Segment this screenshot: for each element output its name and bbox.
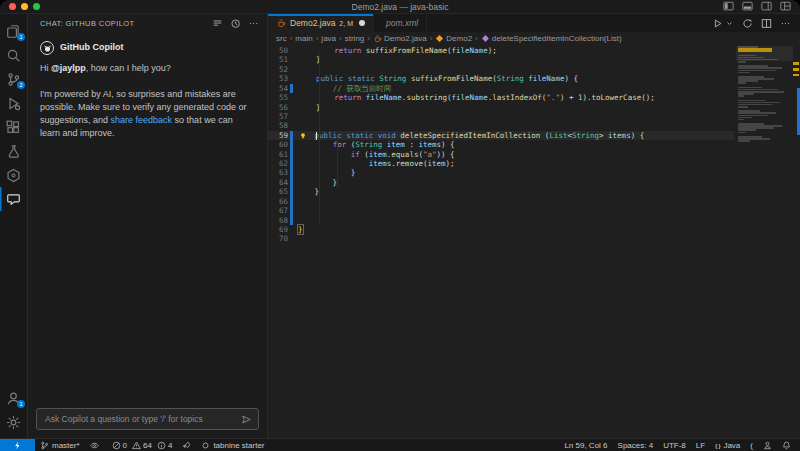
breadcrumb-item[interactable]: string — [345, 34, 365, 43]
chat-input[interactable] — [43, 413, 241, 425]
text: Hi — [40, 63, 51, 73]
code-text — [293, 206, 297, 215]
maximize-window-button[interactable] — [33, 3, 40, 10]
line-number: 70 — [268, 234, 288, 243]
activity-item-settings[interactable] — [0, 410, 27, 434]
history-icon[interactable] — [230, 18, 241, 29]
editor-group: Demo2.java2, Mpom.xml src›main›java›stri… — [268, 14, 800, 438]
breadcrumb-item[interactable]: src — [276, 34, 287, 43]
line-number: 69 — [268, 225, 288, 234]
minimap-line — [738, 115, 768, 117]
minimap-slider[interactable] — [736, 46, 793, 61]
activity-item-source-control[interactable]: 2 — [0, 67, 27, 91]
activity-item-java-projects[interactable] — [0, 163, 27, 187]
activity-item-testing[interactable] — [0, 139, 27, 163]
code-line-51: 51 } — [268, 55, 734, 64]
activity-item-extensions[interactable] — [0, 115, 27, 139]
status-problems[interactable]: 0644 — [104, 439, 178, 451]
code-text: } — [293, 168, 356, 177]
status-encoding[interactable]: UTF-8 — [658, 439, 691, 451]
titlebar: Demo2.java — java-basic — [0, 0, 800, 14]
launch-icon — [182, 441, 191, 450]
chat-header-actions — [212, 18, 259, 29]
breadcrumb-label: string — [345, 34, 365, 43]
activity-item-copilot-chat[interactable] — [0, 187, 27, 211]
indent-guide — [319, 54, 320, 224]
line-number: 51 — [268, 55, 288, 64]
breadcrumb-item[interactable]: Demo2.java — [373, 34, 427, 43]
status-indentation[interactable]: Spaces: 4 — [613, 439, 659, 451]
minimap-line — [738, 61, 746, 63]
activity-item-explorer[interactable]: 1 — [0, 19, 27, 43]
code-text — [294, 65, 298, 74]
tab-Demo2.java[interactable]: Demo2.java2, M — [268, 14, 374, 32]
send-icon[interactable] — [241, 414, 252, 425]
line-number: 60 — [268, 140, 288, 149]
ruler-warning-mark — [793, 74, 799, 76]
breadcrumb-separator: › — [367, 34, 370, 43]
line-number: 59 — [268, 131, 288, 140]
toggle-panel-icon[interactable] — [742, 1, 753, 12]
minimap[interactable] — [738, 46, 791, 142]
tab-pom.xml[interactable]: pom.xml — [374, 14, 427, 32]
line-number: 67 — [268, 206, 288, 215]
lightbulb-icon[interactable] — [299, 132, 307, 140]
code-line-67: 67 — [268, 206, 734, 215]
layout-controls — [723, 1, 800, 12]
activity-item-search[interactable] — [0, 43, 27, 67]
status-paren-status[interactable]: ( — [745, 439, 758, 451]
status-git-branch[interactable]: master* — [35, 439, 85, 451]
customize-layout-icon[interactable] — [780, 1, 791, 12]
minimap-line — [738, 129, 756, 131]
share-feedback-link[interactable]: share feedback — [111, 115, 173, 125]
line-number: 68 — [268, 216, 288, 225]
breadcrumb-label: src — [276, 34, 287, 43]
text-cursor — [316, 132, 317, 140]
code-text: } — [293, 178, 338, 187]
close-window-button[interactable] — [9, 3, 16, 10]
toggle-secondary-sidebar-icon[interactable] — [761, 1, 772, 12]
errors-icon — [109, 441, 121, 450]
breadcrumb-item[interactable]: main — [295, 34, 312, 43]
line-number: 57 — [268, 112, 288, 121]
status-tabnine[interactable]: tabnine starter — [196, 439, 269, 451]
status-gitlens-toggle[interactable] — [85, 439, 104, 451]
code-line-65: 65 } — [268, 187, 734, 196]
dirty-indicator[interactable] — [359, 20, 365, 26]
more-icon[interactable] — [780, 18, 791, 29]
breadcrumb-item[interactable]: Demo2 — [435, 34, 472, 43]
status-cursor-position[interactable]: Ln 59, Col 6 — [559, 439, 612, 451]
chevron-down-icon[interactable] — [725, 19, 734, 28]
status-eol[interactable]: LF — [691, 439, 710, 451]
run-icon[interactable] — [712, 18, 723, 29]
minimap-line — [738, 106, 748, 108]
toggle-primary-sidebar-icon[interactable] — [723, 1, 734, 12]
code-text: for (String item : items) { — [293, 140, 455, 149]
activity-item-run-and-debug[interactable] — [0, 91, 27, 115]
status-launch[interactable] — [177, 439, 196, 451]
more-icon[interactable] — [248, 18, 259, 29]
code-line-68: 68 — [268, 216, 734, 225]
code-line-69: 69} — [268, 225, 734, 234]
status-notifications[interactable] — [777, 439, 796, 451]
activity-item-accounts[interactable]: 1 — [0, 386, 27, 410]
breadcrumb-item[interactable]: java — [321, 34, 336, 43]
activity-badge: 1 — [17, 400, 25, 408]
code-line-52: 52 — [268, 65, 734, 74]
vscode-window: Demo2.java — java-basic 12 1 CHAT: GITHU… — [0, 0, 800, 451]
java-file-icon — [276, 18, 286, 28]
breadcrumb-separator: › — [339, 34, 342, 43]
minimize-window-button[interactable] — [21, 3, 28, 10]
sync-icon[interactable] — [742, 18, 753, 29]
minimap-line — [738, 112, 776, 114]
code-text: if (item.equals("a")) { — [293, 150, 455, 159]
split-editor-icon[interactable] — [761, 18, 772, 29]
status-feedback[interactable] — [758, 439, 777, 451]
clear-icon[interactable] — [212, 18, 223, 29]
status-remote-indicator[interactable] — [0, 439, 35, 451]
code-editor[interactable]: 50 return suffixFromFileName(fileName);5… — [268, 45, 800, 438]
breadcrumb-item[interactable]: deleteSpecifiedItemInCollection(List) — [481, 34, 622, 43]
code-line-50: 50 return suffixFromFileName(fileName); — [268, 46, 734, 55]
code-text — [294, 234, 298, 243]
status-language-mode[interactable]: { }Java — [710, 439, 745, 451]
